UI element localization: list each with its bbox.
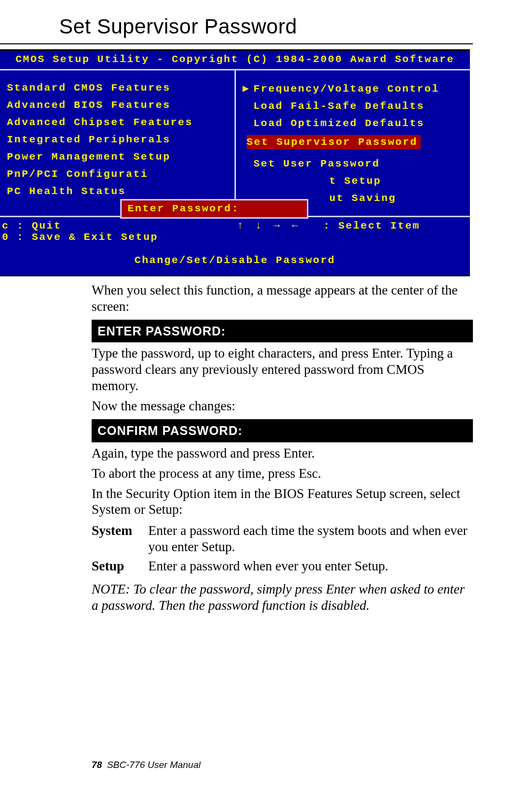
paragraph: In the Security Option item in the BIOS … bbox=[92, 486, 473, 518]
bios-left-column: Standard CMOS Features Advanced BIOS Fea… bbox=[0, 70, 236, 216]
bios-item-label: Load Optimized Defaults bbox=[254, 118, 425, 129]
bios-menu-item[interactable]: Integrated Peripherals bbox=[0, 131, 234, 148]
bios-menu-item[interactable]: Load Optimized Defaults bbox=[236, 115, 470, 132]
bios-menu-item[interactable]: t Setup bbox=[236, 172, 470, 190]
page-number: 78 bbox=[92, 760, 102, 770]
bios-item-label: t Setup bbox=[330, 175, 382, 187]
bios-menu-item[interactable]: Advanced Chipset Features bbox=[0, 114, 234, 131]
bios-menu-item[interactable]: Set User Password bbox=[236, 155, 470, 172]
bios-keyhints: c : Quit 0 : Save & Exit Setup ↑ ↓ → ← :… bbox=[0, 216, 470, 245]
manual-title: SBC-776 User Manual bbox=[107, 760, 200, 770]
definition-row: System Enter a password each time the sy… bbox=[92, 523, 473, 555]
definition-desc: Enter a password when ever you enter Set… bbox=[148, 558, 388, 574]
bios-help-line: Change/Set/Disable Password bbox=[0, 245, 470, 275]
definition-desc: Enter a password each time the system bo… bbox=[148, 523, 473, 555]
key-hint-select: : Select Item bbox=[324, 220, 420, 232]
bios-menu-item[interactable]: PC Health Status bbox=[0, 183, 234, 200]
bios-menu-item[interactable]: Standard CMOS Features bbox=[0, 79, 234, 97]
bios-item-label: ut Saving bbox=[330, 193, 397, 204]
enter-password-dialog[interactable]: Enter Password: bbox=[120, 199, 308, 219]
definition-term: System bbox=[92, 523, 148, 555]
definition-term: Setup bbox=[92, 558, 148, 574]
bios-item-label: Set Supervisor Password bbox=[247, 135, 421, 149]
confirm-password-bar: CONFIRM PASSWORD: bbox=[92, 419, 473, 442]
bios-item-label: Set User Password bbox=[254, 158, 380, 169]
paragraph: Type the password, up to eight character… bbox=[92, 345, 473, 394]
body-content: When you select this function, a message… bbox=[92, 282, 473, 614]
paragraph: Again, type the password and press Enter… bbox=[92, 445, 473, 462]
paragraph: When you select this function, a message… bbox=[92, 282, 473, 315]
note-paragraph: NOTE: To clear the password, simply pres… bbox=[92, 581, 473, 614]
bios-menu-item-selected[interactable]: Set Supervisor Password bbox=[236, 132, 470, 155]
page-footer: 78SBC-776 User Manual bbox=[92, 760, 200, 770]
bios-item-label: Frequency/Voltage Control bbox=[254, 83, 440, 95]
bios-menu-item[interactable]: PnP/PCI Configurati bbox=[0, 166, 234, 183]
bios-menu-item[interactable]: ▶Frequency/Voltage Control bbox=[236, 79, 470, 98]
bios-menu-item[interactable]: Power Management Setup bbox=[0, 148, 234, 166]
arrow-keys-icon: ↑ ↓ → ← bbox=[237, 220, 301, 232]
section-title: Set Supervisor Password bbox=[0, 0, 473, 44]
bios-menu-item[interactable]: Advanced BIOS Features bbox=[0, 97, 234, 114]
submenu-arrow-icon: ▶ bbox=[243, 82, 254, 95]
definition-row: Setup Enter a password when ever you ent… bbox=[92, 558, 473, 574]
paragraph: To abort the process at any time, press … bbox=[92, 465, 473, 482]
bios-item-label: Load Fail-Safe Defaults bbox=[254, 100, 425, 112]
bios-screenshot: CMOS Setup Utility - Copyright (C) 1984-… bbox=[0, 49, 470, 276]
bios-menu-item[interactable]: Load Fail-Safe Defaults bbox=[236, 98, 470, 115]
bios-right-column: ▶Frequency/Voltage Control Load Fail-Saf… bbox=[236, 70, 470, 216]
key-hint-quit: c : Quit bbox=[2, 220, 235, 232]
key-hint-save: 0 : Save & Exit Setup bbox=[2, 232, 235, 243]
enter-password-bar: ENTER PASSWORD: bbox=[92, 320, 473, 343]
paragraph: Now the message changes: bbox=[92, 398, 473, 414]
bios-header: CMOS Setup Utility - Copyright (C) 1984-… bbox=[0, 51, 470, 70]
